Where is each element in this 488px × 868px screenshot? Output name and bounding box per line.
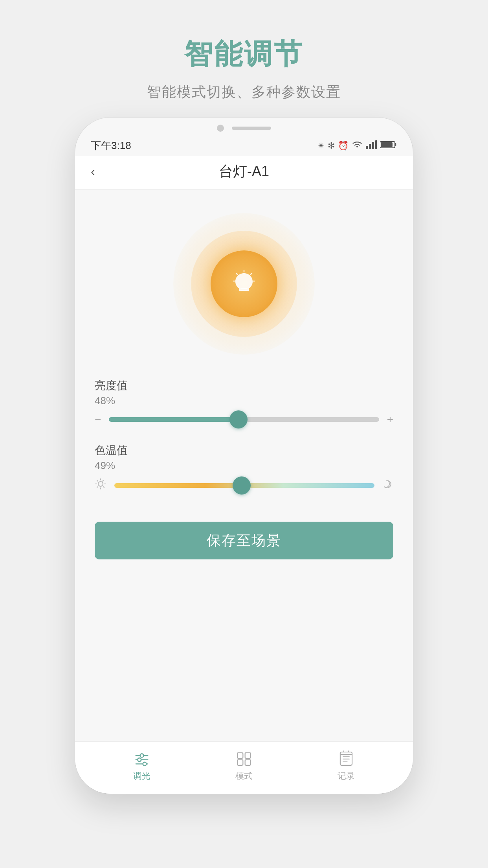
bulb-icon xyxy=(230,270,258,298)
phone-camera xyxy=(217,125,224,132)
light-core xyxy=(211,250,277,317)
nav-title: 台灯-A1 xyxy=(219,162,269,181)
color-temp-label: 色温值 xyxy=(95,443,393,458)
svg-rect-2 xyxy=(372,142,374,149)
svg-rect-5 xyxy=(381,142,393,147)
page-subtitle: 智能模式切换、多种参数设置 xyxy=(0,83,488,102)
color-temp-thumb[interactable] xyxy=(233,476,251,495)
tab-dimmer[interactable]: 调光 xyxy=(131,750,152,782)
light-display[interactable] xyxy=(95,189,393,370)
svg-point-6 xyxy=(98,482,103,486)
brightness-label: 亮度值 xyxy=(95,378,393,393)
save-button[interactable]: 保存至场景 xyxy=(95,522,393,559)
battery-icon xyxy=(380,140,397,151)
status-icons: ✴ ✻ ⏰ xyxy=(317,140,397,151)
svg-rect-15 xyxy=(237,760,243,765)
notification-icon: ✻ xyxy=(328,141,335,151)
sun-icon xyxy=(95,478,106,493)
page-title: 智能调节 xyxy=(0,35,488,73)
brightness-slider-row: − + xyxy=(95,413,393,426)
color-temp-slider[interactable] xyxy=(114,483,374,488)
bluetooth-icon: ✴ xyxy=(317,141,325,151)
record-icon xyxy=(336,750,357,767)
alarm-icon: ⏰ xyxy=(338,141,349,151)
color-temp-group: 色温值 49% xyxy=(95,443,393,493)
moon-icon xyxy=(382,478,393,492)
dimmer-icon xyxy=(131,750,152,767)
wifi-icon xyxy=(352,140,363,151)
phone-speaker xyxy=(232,127,271,130)
tab-mode[interactable]: 模式 xyxy=(233,750,255,782)
light-glow-mid xyxy=(191,231,297,337)
content-area: 亮度值 48% − + 色温值 49% xyxy=(75,189,413,741)
tab-dimmer-label: 调光 xyxy=(133,770,150,782)
brightness-group: 亮度值 48% − + xyxy=(95,378,393,426)
svg-rect-3 xyxy=(375,140,377,149)
brightness-slider[interactable] xyxy=(109,417,379,422)
svg-point-12 xyxy=(143,762,147,766)
phone-frame: 下午3:18 ✴ ✻ ⏰ xyxy=(75,118,413,794)
svg-point-8 xyxy=(140,754,144,757)
brightness-plus-icon[interactable]: + xyxy=(387,413,393,426)
svg-rect-14 xyxy=(245,753,251,758)
status-time: 下午3:18 xyxy=(91,139,131,153)
mode-icon xyxy=(233,750,255,767)
svg-rect-16 xyxy=(245,760,251,765)
phone-notch xyxy=(75,118,413,136)
svg-rect-1 xyxy=(369,144,371,149)
signal-icon xyxy=(366,140,377,151)
status-bar: 下午3:18 ✴ ✻ ⏰ xyxy=(75,136,413,156)
tab-record[interactable]: 记录 xyxy=(336,750,357,782)
brightness-minus-icon[interactable]: − xyxy=(95,413,101,426)
color-temp-value: 49% xyxy=(95,460,393,472)
tab-mode-label: 模式 xyxy=(235,770,253,782)
light-glow-outer xyxy=(173,213,315,355)
back-button[interactable]: ‹ xyxy=(91,164,95,179)
save-button-label: 保存至场景 xyxy=(207,531,281,550)
nav-bar: ‹ 台灯-A1 xyxy=(75,156,413,189)
tab-bar: 调光 模式 xyxy=(75,741,413,794)
brightness-thumb[interactable] xyxy=(229,410,248,428)
sliders-section: 亮度值 48% − + 色温值 49% xyxy=(95,370,393,518)
brightness-value: 48% xyxy=(95,395,393,407)
svg-point-10 xyxy=(138,758,141,761)
color-temp-slider-row xyxy=(95,478,393,493)
page-header: 智能调节 智能模式切换、多种参数设置 xyxy=(0,0,488,102)
tab-record-label: 记录 xyxy=(338,770,355,782)
svg-rect-0 xyxy=(366,146,368,149)
svg-rect-13 xyxy=(237,753,243,758)
